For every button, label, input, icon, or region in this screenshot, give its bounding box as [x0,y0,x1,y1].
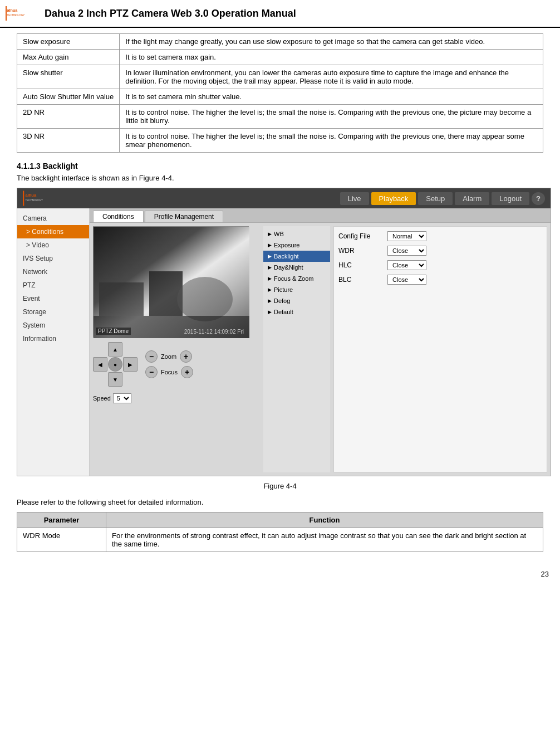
sidebar-item-ptz[interactable]: PTZ [17,279,89,292]
ptz-empty-tl [93,342,107,357]
col-header-function: Function [106,512,543,528]
config-select-wdr[interactable]: Close [387,246,426,256]
menu-item-exposure[interactable]: ▶Exposure [263,240,330,251]
ptz-controls: ▲ ◀ ● ▶ ▼ − [93,340,260,389]
cam-sidebar: Camera> Conditions> VideoIVS SetupNetwor… [17,208,90,476]
cam-logo: alhua TECHNOLOGY [23,191,56,206]
svg-rect-12 [94,316,249,338]
ptz-down-btn[interactable]: ▼ [108,372,122,387]
zoom-plus-btn[interactable]: + [180,350,192,363]
function-cell: It is to control noise. The higher the l… [120,105,543,129]
menu-item-wb[interactable]: ▶WB [263,228,330,240]
section-subtitle: The backlight interface is shown as in F… [17,174,543,182]
config-row-hlc: HLC Close [338,260,542,270]
menu-item-defog[interactable]: ▶Defog [263,295,330,306]
camera-ui: alhua TECHNOLOGY Live Playback Setup Ala… [17,188,551,476]
menu-item-daynight[interactable]: ▶Day&Night [263,262,330,273]
menu-arrow: ▶ [268,309,272,315]
nav-logout-btn[interactable]: Logout [492,192,529,205]
table-row: Max Auto gainIt is to set camera max gai… [17,50,543,65]
param-cell: 3D NR [17,129,120,153]
cam-menu-tree: ▶WB▶Exposure▶Backlight▶Day&Night▶Focus &… [263,226,330,472]
ptz-up-btn[interactable]: ▲ [108,342,122,357]
svg-text:TECHNOLOGY: TECHNOLOGY [26,199,43,202]
sidebar-item-camera[interactable]: Camera [17,212,89,225]
ptz-left-btn[interactable]: ◀ [93,357,107,372]
table-row: WDR ModeFor the environments of strong c… [17,528,543,552]
cam-config-area: ▶WB▶Exposure▶Backlight▶Day&Night▶Focus &… [263,226,547,472]
cam-main: Conditions Profile Management [90,208,551,476]
nav-live-btn[interactable]: Live [340,192,369,205]
svg-rect-10 [149,271,183,316]
config-file-row: Config File Normal [338,231,542,241]
sidebar-item-network[interactable]: Network [17,265,89,279]
sidebar-item-event[interactable]: Event [17,292,89,305]
tab-profile-management[interactable]: Profile Management [145,211,223,222]
sidebar-item-conditions[interactable]: > Conditions [17,225,89,238]
focus-minus-btn[interactable]: − [145,366,158,378]
video-label: PPTZ Dome [96,328,131,335]
sidebar-item-video[interactable]: > Video [17,238,89,252]
cam-panel-content: PPTZ Dome 2015-11-12 14:09:02 Fri ▲ ◀ ● [90,223,551,476]
config-select-blc[interactable]: Close [387,275,426,285]
param-cell: Max Auto gain [17,50,120,65]
menu-item-picture[interactable]: ▶Picture [263,284,330,295]
svg-rect-7 [23,191,24,206]
section-number: 4.1.1.3 [17,162,41,170]
sidebar-item-ivssetup[interactable]: IVS Setup [17,252,89,265]
menu-item-backlight[interactable]: ▶Backlight [263,251,330,262]
ptz-right-btn[interactable]: ▶ [123,357,137,372]
table-row: 3D NRIt is to control noise. The higher … [17,129,543,153]
config-file-select[interactable]: Normal [387,231,426,241]
param-cell: WDR Mode [17,528,106,552]
menu-arrow: ▶ [268,298,272,304]
table-row: Slow exposureIf the light may change gre… [17,34,543,50]
section-title-text: Backlight [43,162,78,170]
table-row: Slow shutterIn lower illumination enviro… [17,65,543,89]
sidebar-item-information[interactable]: Information [17,332,89,345]
video-timestamp: 2015-11-12 14:09:02 Fri [184,329,244,335]
menu-item-default[interactable]: ▶Default [263,306,330,318]
zoom-row: − Zoom + [145,350,193,363]
nav-setup-btn[interactable]: Setup [418,192,453,205]
config-select-hlc[interactable]: Close [387,260,426,270]
config-label-hlc: HLC [338,261,383,269]
svg-point-11 [177,277,233,321]
function-cell: It is to control noise. The higher the l… [120,129,543,153]
help-btn[interactable]: ? [532,192,545,205]
function-cell: For the environments of strong contrast … [106,528,543,552]
svg-text:TECHNOLOGY: TECHNOLOGY [7,14,25,17]
svg-rect-9 [99,282,144,316]
tab-conditions[interactable]: Conditions [93,211,144,222]
zoom-focus-controls: − Zoom + − Focus + [145,350,193,378]
bottom-table: Parameter Function WDR ModeFor the envir… [17,512,543,552]
speed-select[interactable]: 5 [113,393,131,403]
config-row-wdr: WDR Close [338,246,542,256]
svg-text:alhua: alhua [26,193,37,198]
focus-label: Focus [161,369,178,375]
menu-arrow: ▶ [268,276,272,281]
zoom-minus-btn[interactable]: − [145,350,158,363]
cam-body: Camera> Conditions> VideoIVS SetupNetwor… [17,208,551,476]
nav-playback-btn[interactable]: Playback [371,192,416,205]
sidebar-item-system[interactable]: System [17,319,89,332]
page-title: Dahua 2 Inch PTZ Camera Web 3.0 Operatio… [45,8,296,19]
param-cell: 2D NR [17,105,120,129]
ptz-center-btn[interactable]: ● [108,357,122,372]
cam-topbar: alhua TECHNOLOGY Live Playback Setup Ala… [17,188,551,208]
menu-arrow: ▶ [268,265,272,270]
focus-plus-btn[interactable]: + [181,366,193,378]
speed-row: Speed 5 [93,393,260,403]
param-cell: Auto Slow Shutter Min value [17,89,120,105]
config-label-blc: BLC [338,276,383,284]
param-cell: Slow shutter [17,65,120,89]
speed-label: Speed [93,395,111,402]
table-row: Auto Slow Shutter Min valueIt is to set … [17,89,543,105]
ptz-empty-br [123,372,137,387]
sidebar-item-storage[interactable]: Storage [17,305,89,319]
config-file-label: Config File [338,232,383,240]
nav-alarm-btn[interactable]: Alarm [455,192,489,205]
ptz-arrow-pad: ▲ ◀ ● ▶ ▼ [93,342,137,387]
logo-area: alhua TECHNOLOGY Dahua 2 Inch PTZ Camera… [6,3,296,23]
menu-item-focuszoom[interactable]: ▶Focus & Zoom [263,273,330,284]
